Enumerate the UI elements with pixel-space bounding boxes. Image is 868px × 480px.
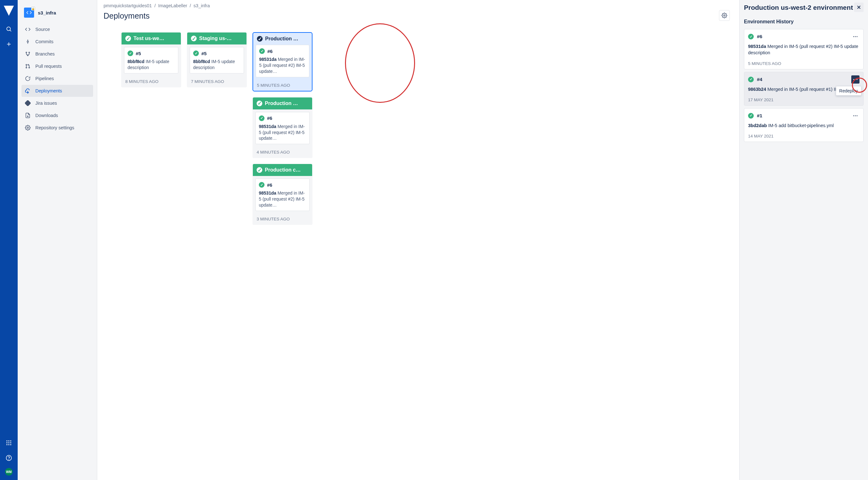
- environment-card[interactable]: ✓ Production … ✓#6 98531da Merged in IM-…: [252, 32, 312, 92]
- svg-point-21: [26, 64, 27, 65]
- timestamp: 5 MINUTES AGO: [748, 61, 860, 66]
- more-icon: [852, 77, 858, 82]
- svg-point-18: [26, 52, 27, 53]
- user-avatar[interactable]: WM: [5, 468, 12, 476]
- breadcrumb-link[interactable]: s3_infra: [193, 3, 210, 8]
- history-card[interactable]: ✓#1 3bd2dab IM-5 add bitbucket-pipelines…: [744, 108, 864, 142]
- build-number: #6: [267, 48, 273, 54]
- lock-icon: 🔒: [31, 7, 35, 10]
- svg-point-36: [857, 79, 858, 80]
- svg-rect-25: [25, 100, 31, 106]
- timestamp: 17 MAY 2021: [748, 98, 860, 102]
- success-icon: ✓: [259, 182, 265, 187]
- history-card[interactable]: ✓#4 9863b24 Merged in IM-5 (pull request…: [744, 72, 864, 106]
- more-actions-button[interactable]: [851, 75, 860, 83]
- svg-point-15: [27, 41, 29, 42]
- pull-request-icon: [25, 63, 31, 69]
- nav-commits[interactable]: Commits: [22, 36, 93, 47]
- svg-point-27: [27, 127, 29, 129]
- timestamp: 8 MINUTES AGO: [122, 79, 181, 87]
- nav-label: Jira issues: [35, 101, 57, 106]
- close-icon: [856, 4, 862, 10]
- commit-message: 98531da Merged in IM-5 (pull request #2)…: [259, 57, 306, 74]
- svg-rect-11: [8, 444, 9, 445]
- breadcrumb-link[interactable]: pmmquickstartguides01: [103, 3, 152, 8]
- more-actions-button[interactable]: [851, 112, 860, 120]
- code-icon: [25, 26, 31, 33]
- gear-icon: [25, 125, 31, 131]
- environment-header: ✓ Production …: [253, 33, 312, 45]
- bitbucket-logo-icon[interactable]: [4, 6, 14, 16]
- environment-header: ✓ Staging us-…: [187, 33, 247, 44]
- deployment-summary[interactable]: ✓#6 98531da Merged in IM-5 (pull request…: [256, 45, 309, 77]
- settings-button[interactable]: [719, 10, 730, 21]
- environment-name: Production …: [265, 36, 298, 42]
- svg-rect-8: [8, 443, 9, 443]
- commit-message: 8bbf8cd IM-5 update description: [127, 59, 175, 71]
- svg-point-22: [26, 67, 27, 68]
- nav-repo-settings[interactable]: Repository settings: [22, 122, 93, 134]
- environment-name: Production …: [265, 101, 298, 106]
- nav-source[interactable]: Source: [22, 23, 93, 35]
- nav-jira-issues[interactable]: Jira issues: [22, 97, 93, 109]
- jira-icon: [25, 100, 31, 106]
- nav-deployments[interactable]: Deployments: [22, 85, 93, 97]
- pipelines-icon: [25, 75, 31, 82]
- more-icon: [852, 113, 858, 118]
- history-card[interactable]: ✓#6 98531da Merged in IM-5 (pull request…: [744, 29, 864, 69]
- nav-pull-requests[interactable]: Pull requests: [22, 60, 93, 72]
- deployments-icon: [25, 88, 31, 94]
- build-number: #6: [267, 182, 272, 187]
- deployment-columns: ✓ Test us-we… ✓#5 8bbf8cd IM-5 update de…: [103, 32, 733, 225]
- nav-label: Source: [35, 27, 50, 32]
- download-icon: [25, 112, 31, 118]
- commit-message: 98531da Merged in IM-5 (pull request #2)…: [259, 190, 306, 208]
- deployment-summary[interactable]: ✓#5 8bbf8cd IM-5 update description: [190, 47, 244, 73]
- nav-pipelines[interactable]: Pipelines: [22, 72, 93, 84]
- deployment-summary[interactable]: ✓#6 98531da Merged in IM-5 (pull request…: [255, 112, 310, 144]
- panel-title: Production us-west-2 environment: [744, 2, 853, 11]
- more-actions-button[interactable]: [851, 33, 860, 41]
- close-button[interactable]: [854, 2, 864, 12]
- redeploy-tooltip: Redeploy: [836, 86, 861, 96]
- environment-card[interactable]: ✓ Production c… ✓#6 98531da Merged in IM…: [252, 164, 312, 225]
- repo-name: s3_infra: [38, 10, 56, 15]
- more-icon: [852, 34, 858, 39]
- branch-icon: [25, 51, 31, 57]
- environment-card[interactable]: ✓ Production … ✓#6 98531da Merged in IM-…: [252, 97, 312, 158]
- create-icon[interactable]: [4, 39, 14, 49]
- breadcrumb-link[interactable]: ImageLabeller: [158, 3, 187, 8]
- build-number: #6: [267, 115, 272, 121]
- nav-branches[interactable]: Branches: [22, 48, 93, 60]
- svg-point-39: [857, 115, 858, 116]
- svg-point-28: [724, 15, 725, 16]
- deployment-summary[interactable]: ✓#5 8bbf8cd IM-5 update description: [124, 47, 178, 73]
- commit-message: 8bbf8cd IM-5 update description: [193, 59, 241, 71]
- environment-card[interactable]: ✓ Test us-we… ✓#5 8bbf8cd IM-5 update de…: [121, 32, 181, 88]
- deployment-summary[interactable]: ✓#6 98531da Merged in IM-5 (pull request…: [255, 178, 310, 211]
- repo-icon: 🔒: [24, 7, 34, 18]
- svg-point-35: [855, 79, 856, 80]
- environment-card[interactable]: ✓ Staging us-… ✓#5 8bbf8cd IM-5 update d…: [187, 32, 247, 88]
- nav-label: Pull requests: [35, 64, 62, 69]
- success-icon: ✓: [259, 48, 265, 54]
- svg-point-0: [7, 27, 10, 31]
- nav-downloads[interactable]: Downloads: [22, 109, 93, 122]
- svg-point-14: [9, 459, 9, 459]
- help-icon[interactable]: [4, 453, 14, 463]
- svg-rect-7: [7, 443, 7, 443]
- timestamp: 4 MINUTES AGO: [253, 150, 312, 158]
- timestamp: 14 MAY 2021: [748, 134, 860, 138]
- panel-subtitle: Environment History: [744, 19, 864, 25]
- search-icon[interactable]: [4, 24, 14, 34]
- commit-message: 3bd2dab IM-5 add bitbucket-pipelines.yml: [748, 123, 860, 129]
- environment-name: Production c…: [265, 167, 301, 173]
- app-switcher-icon[interactable]: [4, 438, 14, 448]
- environment-header: ✓ Test us-we…: [122, 33, 181, 44]
- environment-name: Test us-we…: [133, 36, 164, 41]
- svg-point-19: [29, 52, 30, 53]
- svg-rect-9: [10, 443, 11, 443]
- repo-header[interactable]: 🔒 s3_infra: [22, 6, 93, 19]
- svg-rect-5: [8, 441, 9, 442]
- success-icon: ✓: [191, 36, 197, 41]
